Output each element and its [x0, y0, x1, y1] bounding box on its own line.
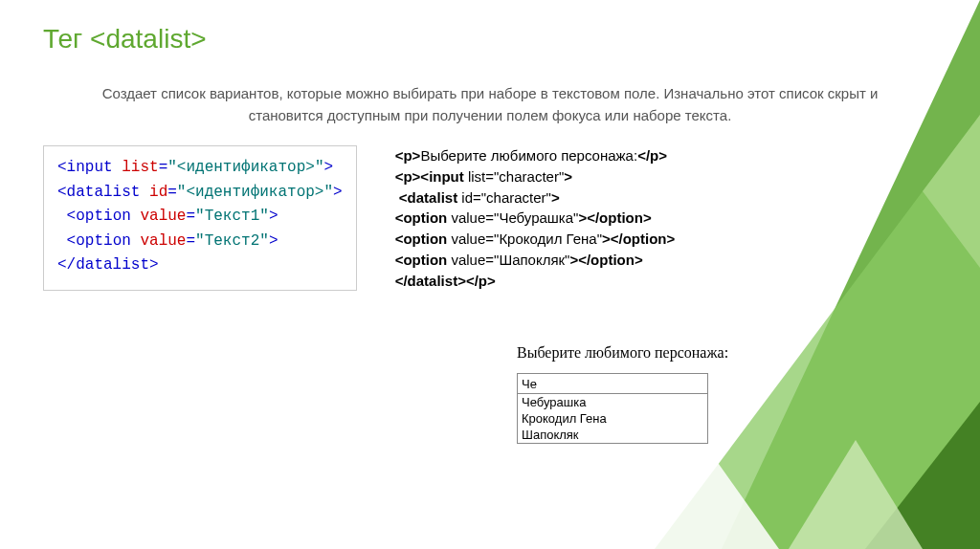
svg-marker-4 — [789, 440, 923, 549]
svg-marker-2 — [865, 402, 980, 549]
demo-option[interactable]: Чебурашка — [518, 394, 707, 410]
slide-description: Создает список вариантов, которые можно … — [72, 83, 908, 126]
slide-title: Тег <datalist> — [43, 24, 937, 55]
syntax-code-block: <input list="<идентификатор>"> <datalist… — [43, 145, 357, 291]
demo-option[interactable]: Крокодил Гена — [518, 410, 707, 427]
demo-option[interactable]: Шапокляк — [518, 427, 707, 443]
demo-label: Выберите любимого персонажа: — [517, 344, 728, 362]
demo-dropdown[interactable]: Чебурашка Крокодил Гена Шапокляк — [517, 393, 708, 444]
example-code-block: <p>Выберите любимого персонажа:</p> <p><… — [395, 145, 676, 291]
demo-rendered-output: Выберите любимого персонажа: Чебурашка К… — [517, 344, 728, 444]
demo-input[interactable] — [517, 373, 708, 394]
